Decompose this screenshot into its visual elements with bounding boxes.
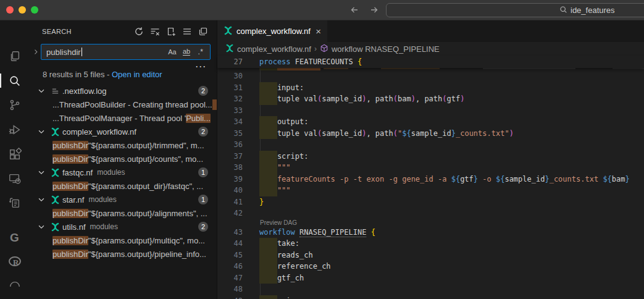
regex-toggle[interactable]: .* <box>194 46 207 58</box>
code-line-39: 39 featureCounts -p -t exon -g gene_id -… <box>217 174 644 185</box>
new-search-editor-icon[interactable] <box>165 27 176 37</box>
chevron-down-icon[interactable] <box>36 195 46 204</box>
open-in-editor-panel-icon[interactable] <box>198 27 208 37</box>
line-number: 35 <box>217 128 259 140</box>
results-summary: 8 results in 5 files - <box>43 70 112 79</box>
r-language-icon[interactable]: R <box>0 250 29 275</box>
nextflow-icon <box>50 222 60 232</box>
search-match-row[interactable]: ...ThreadPoolBuilder - Creating thread p… <box>29 98 217 111</box>
chevron-down-icon[interactable] <box>36 222 46 232</box>
code-line-41: 41} <box>217 196 644 208</box>
tab-bar: complex_workflow.nf × <box>217 20 644 42</box>
match-case-toggle[interactable]: Aa <box>166 46 178 58</box>
search-result-file-row[interactable]: star.nfmodules1 <box>29 193 217 206</box>
search-input[interactable]: publishdir Aa ab .* <box>41 44 211 60</box>
explorer-icon[interactable] <box>0 44 29 69</box>
search-match-row[interactable]: publishDir "${params.output}/pipeline_in… <box>29 247 217 261</box>
line-number: 42 <box>217 208 259 219</box>
chevron-down-icon[interactable] <box>36 127 46 137</box>
code-line-34: 34 output: <box>217 116 644 128</box>
file-name: .nextflow.log <box>62 86 107 96</box>
code-line-44: 44 take: <box>217 238 644 250</box>
file-name: fastqc.nf <box>62 168 93 177</box>
close-tab-icon[interactable]: × <box>316 26 321 36</box>
match-highlight: publishDir <box>52 141 88 150</box>
remote-explorer-icon[interactable] <box>0 167 29 192</box>
search-icon <box>559 6 567 15</box>
code-text: workflow RNASEQ_PIPELINE { <box>259 227 375 238</box>
breadcrumb-symbol[interactable]: workflow RNASEQ_PIPELINE <box>320 44 440 54</box>
code-editor[interactable]: 27 process FEATURECOUNTS { 3031 input:32… <box>217 56 644 299</box>
code-text: reference_ch <box>259 261 331 272</box>
line-number: 36 <box>217 139 259 151</box>
log-file-icon <box>50 86 60 96</box>
breadcrumb: complex_workflow.nf › workflow RNASEQ_PI… <box>217 42 644 56</box>
code-line-45: 45 reads_ch <box>217 250 644 261</box>
overflow-icon[interactable] <box>0 274 29 299</box>
svg-text:R: R <box>13 258 19 267</box>
code-text: script: <box>259 151 308 162</box>
chevron-down-icon[interactable] <box>36 86 46 96</box>
line-number: 41 <box>217 196 259 208</box>
zoom-window-button[interactable] <box>31 6 38 14</box>
tab-complex-workflow[interactable]: complex_workflow.nf × <box>217 20 327 42</box>
source-control-icon[interactable] <box>0 93 29 117</box>
line-number: 39 <box>217 174 259 185</box>
code-text: take: <box>259 238 299 250</box>
codelens-preview-dag[interactable]: Preview DAG <box>217 219 644 227</box>
search-match-row[interactable]: publishDir "${params.output}/multiqc", m… <box>29 234 217 247</box>
refresh-icon[interactable] <box>133 27 144 37</box>
chevron-down-icon[interactable] <box>36 167 46 177</box>
search-match-row[interactable]: publishDir "${params.output_dir}/fastqc"… <box>29 179 217 193</box>
search-match-row[interactable]: publishDir "${params.output}/alignments"… <box>29 206 217 220</box>
code-line-47: 47 gtf_ch <box>217 272 644 284</box>
toggle-search-details-button[interactable]: ··· <box>196 62 207 71</box>
editor-group: complex_workflow.nf × complex_workflow.n… <box>217 20 644 299</box>
code-text: output: <box>259 116 308 128</box>
open-in-editor-link[interactable]: Open in editor <box>112 70 162 79</box>
extensions-icon[interactable] <box>0 142 29 167</box>
code-line-46: 46 reference_ch <box>217 261 644 272</box>
code-line-32: 32 tuple val(sample_id), path(bam), path… <box>217 93 644 105</box>
search-result-file-row[interactable]: complex_workflow.nf2 <box>29 125 217 138</box>
view-as-list-icon[interactable] <box>182 27 192 37</box>
close-window-button[interactable] <box>6 6 14 14</box>
minimize-window-button[interactable] <box>19 6 26 14</box>
code-line-38: 38 """ <box>217 162 644 174</box>
command-center-search[interactable]: ide_features <box>386 3 644 17</box>
search-sidebar: SEARCH publishdir Aa ab .* <box>29 20 217 299</box>
sticky-line-number: 27 <box>217 57 259 66</box>
code-text: reads_ch <box>259 250 313 261</box>
back-arrow-icon[interactable] <box>349 5 359 15</box>
line-number: 48 <box>217 284 259 295</box>
match-after-text: "${params.output}/alignments", ... <box>88 209 207 218</box>
search-icon[interactable] <box>0 69 29 93</box>
code-line-33: 33 <box>217 105 644 117</box>
command-center-query: ide_features <box>571 6 615 15</box>
line-number: 31 <box>217 82 259 94</box>
sticky-line-code: process FEATURECOUNTS { <box>259 57 362 66</box>
search-match-row[interactable]: publishDir "${params.output}/counts", mo… <box>29 152 217 166</box>
clear-search-results-icon[interactable] <box>149 27 160 37</box>
titlebar: ide_features <box>0 0 644 20</box>
nextflow-icon <box>50 127 60 137</box>
search-result-file-row[interactable]: .nextflow.log2 <box>29 84 217 98</box>
search-match-row[interactable]: ...ThreadPoolManager - Thread pool 'Publ… <box>29 111 217 125</box>
sticky-scroll-line[interactable]: 27 process FEATURECOUNTS { <box>217 56 644 68</box>
whole-word-toggle[interactable]: ab <box>180 46 193 58</box>
gitlens-icon[interactable]: G <box>0 225 29 250</box>
search-match-row[interactable]: publishDir "${params.output}/trimmed", m… <box>29 138 217 152</box>
file-name: complex_workflow.nf <box>62 127 136 137</box>
line-number: 38 <box>217 162 259 174</box>
code-text: main: <box>259 295 299 299</box>
search-result-file-row[interactable]: fastqc.nfmodules1 <box>29 166 217 179</box>
search-result-file-row[interactable]: utils.nfmodules2 <box>29 220 217 234</box>
breadcrumb-file[interactable]: complex_workflow.nf <box>225 44 311 54</box>
toggle-replace-chevron-icon[interactable] <box>31 44 40 60</box>
run-debug-icon[interactable] <box>0 117 29 142</box>
tasks-icon[interactable] <box>0 191 29 216</box>
forward-arrow-icon[interactable] <box>369 5 379 15</box>
line-number: 37 <box>217 151 259 162</box>
line-number: 49 <box>217 295 259 299</box>
match-highlight: Publi... <box>186 114 211 123</box>
